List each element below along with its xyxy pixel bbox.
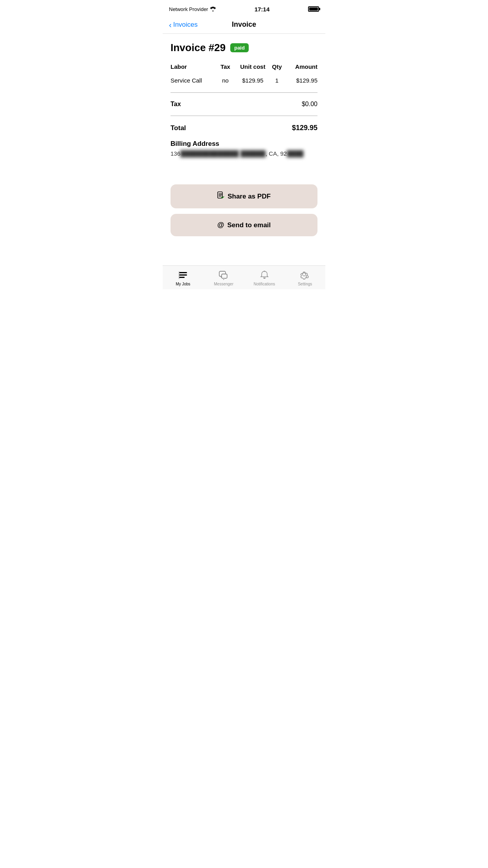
nav-bar: ‹ Invoices Invoice xyxy=(163,17,325,34)
tab-settings-label: Settings xyxy=(298,282,312,286)
invoice-table: Labor Tax Unit cost Qty Amount Service C… xyxy=(171,63,317,88)
total-label: Total xyxy=(171,124,186,132)
row-qty: 1 xyxy=(269,77,284,84)
invoice-content: Invoice #29 paid Labor Tax Unit cost Qty… xyxy=(163,34,325,184)
my-jobs-icon xyxy=(178,270,189,281)
email-icon: @ xyxy=(217,221,224,229)
tab-bar: My Jobs Messenger Notifications xyxy=(163,265,325,289)
tax-label: Tax xyxy=(171,101,181,108)
back-button[interactable]: ‹ Invoices xyxy=(169,21,198,29)
billing-address: 136██████████████ ██████, CA, 92████ xyxy=(171,150,317,157)
svg-rect-3 xyxy=(179,277,185,278)
tab-my-jobs[interactable]: My Jobs xyxy=(163,270,204,286)
col-header-unitcost: Unit cost xyxy=(236,63,269,70)
billing-address-number: 136 xyxy=(171,150,180,157)
tab-messenger[interactable]: Messenger xyxy=(204,270,244,286)
billing-section: Billing Address 136██████████████ ██████… xyxy=(171,140,317,157)
action-buttons: Share as PDF @ Send to email xyxy=(163,184,325,250)
share-pdf-label: Share as PDF xyxy=(227,193,271,200)
billing-address-city-blurred: ██████ xyxy=(240,150,266,157)
tab-my-jobs-label: My Jobs xyxy=(176,282,190,286)
share-pdf-button[interactable]: Share as PDF xyxy=(171,184,317,208)
svg-rect-6 xyxy=(222,274,227,278)
divider-2 xyxy=(171,116,317,116)
wifi-icon xyxy=(210,7,216,11)
chevron-left-icon: ‹ xyxy=(169,21,172,29)
col-header-qty: Qty xyxy=(269,63,284,70)
billing-address-zip-blurred: ████ xyxy=(287,150,304,157)
send-email-button[interactable]: @ Send to email xyxy=(171,214,317,236)
pdf-icon xyxy=(217,191,224,201)
status-bar: Network Provider 17:14 xyxy=(163,0,325,17)
invoice-header: Invoice #29 paid xyxy=(171,42,317,54)
battery-icon xyxy=(308,6,319,12)
send-email-label: Send to email xyxy=(227,221,271,229)
notifications-icon xyxy=(259,270,270,281)
col-header-amount: Amount xyxy=(284,63,317,70)
billing-address-title: Billing Address xyxy=(171,140,317,148)
svg-rect-2 xyxy=(179,274,187,276)
network-provider-label: Network Provider xyxy=(169,6,208,12)
svg-point-8 xyxy=(303,273,306,276)
invoice-number: Invoice #29 xyxy=(171,42,226,54)
svg-rect-4 xyxy=(178,271,180,279)
paid-badge: paid xyxy=(230,43,249,52)
spacer xyxy=(163,250,325,265)
row-labor: Service Call xyxy=(171,77,215,84)
tab-notifications-label: Notifications xyxy=(254,282,275,286)
row-amount: $129.95 xyxy=(284,77,317,84)
svg-point-7 xyxy=(264,271,265,272)
col-header-labor: Labor xyxy=(171,63,215,70)
status-time: 17:14 xyxy=(255,6,270,13)
total-row: Total $129.95 xyxy=(171,120,317,140)
billing-address-street-blurred: ██████████████ xyxy=(180,150,239,157)
page-title: Invoice xyxy=(232,20,256,29)
back-label: Invoices xyxy=(173,21,198,29)
status-battery xyxy=(308,6,319,12)
tax-row: Tax $0.00 xyxy=(171,97,317,112)
svg-rect-1 xyxy=(179,272,187,273)
tab-settings[interactable]: Settings xyxy=(285,270,326,286)
table-header-row: Labor Tax Unit cost Qty Amount xyxy=(171,63,317,72)
messenger-icon xyxy=(218,270,229,281)
table-row: Service Call no $129.95 1 $129.95 xyxy=(171,75,317,88)
col-header-tax: Tax xyxy=(215,63,237,70)
row-tax: no xyxy=(215,77,237,84)
settings-icon xyxy=(299,270,310,281)
status-network: Network Provider xyxy=(169,6,216,12)
divider-1 xyxy=(171,92,317,93)
tab-messenger-label: Messenger xyxy=(214,282,233,286)
tab-notifications[interactable]: Notifications xyxy=(244,270,285,286)
row-unitcost: $129.95 xyxy=(236,77,269,84)
svg-point-10 xyxy=(306,276,308,278)
tax-value: $0.00 xyxy=(302,101,317,108)
total-value: $129.95 xyxy=(292,124,317,132)
